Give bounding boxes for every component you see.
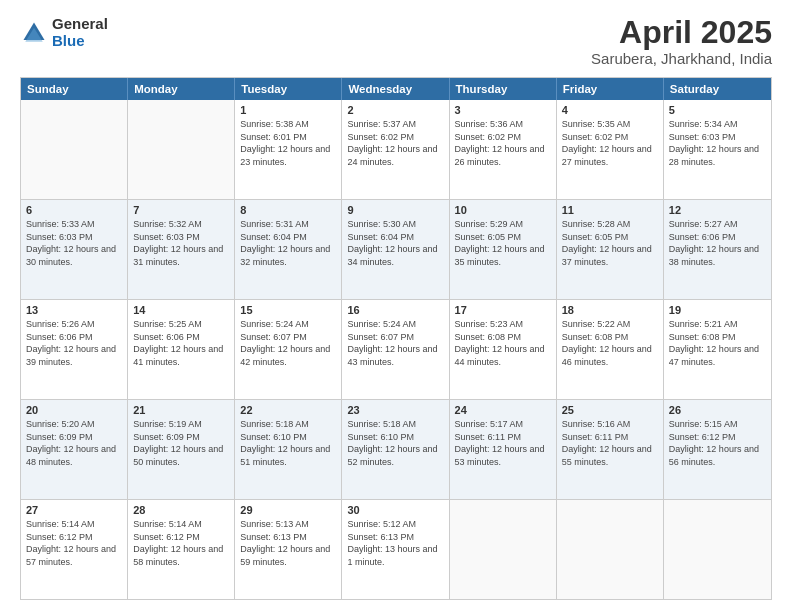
calendar-header-cell: Saturday [664,78,771,100]
calendar: SundayMondayTuesdayWednesdayThursdayFrid… [20,77,772,600]
cell-date: 2 [347,104,443,116]
cell-date: 15 [240,304,336,316]
cell-info: Sunrise: 5:20 AM Sunset: 6:09 PM Dayligh… [26,418,122,468]
calendar-cell: 28Sunrise: 5:14 AM Sunset: 6:12 PM Dayli… [128,500,235,599]
cell-info: Sunrise: 5:13 AM Sunset: 6:13 PM Dayligh… [240,518,336,568]
calendar-cell: 9Sunrise: 5:30 AM Sunset: 6:04 PM Daylig… [342,200,449,299]
calendar-row: 6Sunrise: 5:33 AM Sunset: 6:03 PM Daylig… [21,199,771,299]
calendar-cell: 19Sunrise: 5:21 AM Sunset: 6:08 PM Dayli… [664,300,771,399]
calendar-cell: 11Sunrise: 5:28 AM Sunset: 6:05 PM Dayli… [557,200,664,299]
logo-blue: Blue [52,33,108,50]
cell-info: Sunrise: 5:23 AM Sunset: 6:08 PM Dayligh… [455,318,551,368]
cell-date: 6 [26,204,122,216]
cell-info: Sunrise: 5:22 AM Sunset: 6:08 PM Dayligh… [562,318,658,368]
calendar-cell: 27Sunrise: 5:14 AM Sunset: 6:12 PM Dayli… [21,500,128,599]
cell-date: 5 [669,104,766,116]
cell-info: Sunrise: 5:21 AM Sunset: 6:08 PM Dayligh… [669,318,766,368]
calendar-cell [664,500,771,599]
calendar-cell: 6Sunrise: 5:33 AM Sunset: 6:03 PM Daylig… [21,200,128,299]
cell-info: Sunrise: 5:24 AM Sunset: 6:07 PM Dayligh… [347,318,443,368]
cell-date: 28 [133,504,229,516]
calendar-cell: 8Sunrise: 5:31 AM Sunset: 6:04 PM Daylig… [235,200,342,299]
cell-info: Sunrise: 5:36 AM Sunset: 6:02 PM Dayligh… [455,118,551,168]
calendar-cell: 2Sunrise: 5:37 AM Sunset: 6:02 PM Daylig… [342,100,449,199]
cell-info: Sunrise: 5:17 AM Sunset: 6:11 PM Dayligh… [455,418,551,468]
cell-info: Sunrise: 5:37 AM Sunset: 6:02 PM Dayligh… [347,118,443,168]
cell-info: Sunrise: 5:32 AM Sunset: 6:03 PM Dayligh… [133,218,229,268]
cell-date: 10 [455,204,551,216]
calendar-cell: 13Sunrise: 5:26 AM Sunset: 6:06 PM Dayli… [21,300,128,399]
calendar-cell: 25Sunrise: 5:16 AM Sunset: 6:11 PM Dayli… [557,400,664,499]
cell-info: Sunrise: 5:31 AM Sunset: 6:04 PM Dayligh… [240,218,336,268]
calendar-header-cell: Sunday [21,78,128,100]
calendar-cell: 21Sunrise: 5:19 AM Sunset: 6:09 PM Dayli… [128,400,235,499]
cell-date: 1 [240,104,336,116]
title-location: Sarubera, Jharkhand, India [591,50,772,67]
cell-date: 3 [455,104,551,116]
calendar-cell [450,500,557,599]
cell-info: Sunrise: 5:19 AM Sunset: 6:09 PM Dayligh… [133,418,229,468]
page: General Blue April 2025 Sarubera, Jharkh… [0,0,792,612]
calendar-cell [21,100,128,199]
cell-info: Sunrise: 5:35 AM Sunset: 6:02 PM Dayligh… [562,118,658,168]
cell-info: Sunrise: 5:24 AM Sunset: 6:07 PM Dayligh… [240,318,336,368]
calendar-cell: 22Sunrise: 5:18 AM Sunset: 6:10 PM Dayli… [235,400,342,499]
cell-info: Sunrise: 5:25 AM Sunset: 6:06 PM Dayligh… [133,318,229,368]
cell-info: Sunrise: 5:18 AM Sunset: 6:10 PM Dayligh… [240,418,336,468]
calendar-row: 1Sunrise: 5:38 AM Sunset: 6:01 PM Daylig… [21,100,771,199]
calendar-cell: 5Sunrise: 5:34 AM Sunset: 6:03 PM Daylig… [664,100,771,199]
calendar-cell: 17Sunrise: 5:23 AM Sunset: 6:08 PM Dayli… [450,300,557,399]
calendar-cell: 12Sunrise: 5:27 AM Sunset: 6:06 PM Dayli… [664,200,771,299]
cell-info: Sunrise: 5:18 AM Sunset: 6:10 PM Dayligh… [347,418,443,468]
cell-info: Sunrise: 5:14 AM Sunset: 6:12 PM Dayligh… [26,518,122,568]
calendar-header-cell: Friday [557,78,664,100]
cell-date: 14 [133,304,229,316]
cell-date: 30 [347,504,443,516]
calendar-header-cell: Monday [128,78,235,100]
cell-date: 17 [455,304,551,316]
cell-date: 11 [562,204,658,216]
calendar-header-cell: Tuesday [235,78,342,100]
cell-date: 22 [240,404,336,416]
cell-date: 8 [240,204,336,216]
title-block: April 2025 Sarubera, Jharkhand, India [591,16,772,67]
calendar-cell: 7Sunrise: 5:32 AM Sunset: 6:03 PM Daylig… [128,200,235,299]
header: General Blue April 2025 Sarubera, Jharkh… [20,16,772,67]
cell-date: 25 [562,404,658,416]
cell-date: 7 [133,204,229,216]
cell-info: Sunrise: 5:12 AM Sunset: 6:13 PM Dayligh… [347,518,443,568]
calendar-cell: 18Sunrise: 5:22 AM Sunset: 6:08 PM Dayli… [557,300,664,399]
logo: General Blue [20,16,108,49]
cell-date: 4 [562,104,658,116]
calendar-cell: 14Sunrise: 5:25 AM Sunset: 6:06 PM Dayli… [128,300,235,399]
cell-info: Sunrise: 5:33 AM Sunset: 6:03 PM Dayligh… [26,218,122,268]
cell-info: Sunrise: 5:16 AM Sunset: 6:11 PM Dayligh… [562,418,658,468]
calendar-header-cell: Wednesday [342,78,449,100]
calendar-cell [128,100,235,199]
calendar-cell: 16Sunrise: 5:24 AM Sunset: 6:07 PM Dayli… [342,300,449,399]
logo-text: General Blue [52,16,108,49]
calendar-cell: 26Sunrise: 5:15 AM Sunset: 6:12 PM Dayli… [664,400,771,499]
cell-info: Sunrise: 5:34 AM Sunset: 6:03 PM Dayligh… [669,118,766,168]
calendar-row: 27Sunrise: 5:14 AM Sunset: 6:12 PM Dayli… [21,499,771,599]
calendar-cell: 15Sunrise: 5:24 AM Sunset: 6:07 PM Dayli… [235,300,342,399]
title-month: April 2025 [591,16,772,48]
cell-info: Sunrise: 5:29 AM Sunset: 6:05 PM Dayligh… [455,218,551,268]
calendar-cell: 10Sunrise: 5:29 AM Sunset: 6:05 PM Dayli… [450,200,557,299]
calendar-cell: 1Sunrise: 5:38 AM Sunset: 6:01 PM Daylig… [235,100,342,199]
cell-date: 24 [455,404,551,416]
calendar-row: 13Sunrise: 5:26 AM Sunset: 6:06 PM Dayli… [21,299,771,399]
calendar-cell: 4Sunrise: 5:35 AM Sunset: 6:02 PM Daylig… [557,100,664,199]
cell-date: 18 [562,304,658,316]
cell-info: Sunrise: 5:27 AM Sunset: 6:06 PM Dayligh… [669,218,766,268]
cell-date: 29 [240,504,336,516]
cell-info: Sunrise: 5:14 AM Sunset: 6:12 PM Dayligh… [133,518,229,568]
cell-info: Sunrise: 5:38 AM Sunset: 6:01 PM Dayligh… [240,118,336,168]
logo-icon [20,19,48,47]
calendar-header: SundayMondayTuesdayWednesdayThursdayFrid… [21,78,771,100]
calendar-cell: 23Sunrise: 5:18 AM Sunset: 6:10 PM Dayli… [342,400,449,499]
logo-general: General [52,16,108,33]
calendar-cell [557,500,664,599]
calendar-row: 20Sunrise: 5:20 AM Sunset: 6:09 PM Dayli… [21,399,771,499]
cell-date: 16 [347,304,443,316]
